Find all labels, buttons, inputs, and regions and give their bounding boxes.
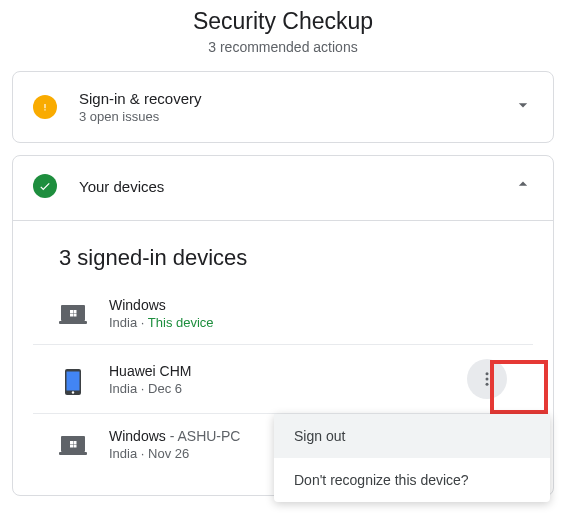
svg-point-8 <box>72 391 74 393</box>
chevron-down-icon <box>513 95 533 119</box>
sign-out-option[interactable]: Sign out <box>274 414 550 458</box>
svg-point-11 <box>486 383 489 386</box>
device-options-menu: Sign out Don't recognize this device? <box>274 414 550 502</box>
card-title: Your devices <box>79 178 513 195</box>
laptop-icon <box>59 304 87 324</box>
warning-icon <box>33 95 57 119</box>
svg-rect-4 <box>70 313 73 316</box>
phone-icon <box>59 369 87 389</box>
svg-rect-17 <box>74 444 77 447</box>
device-name: Windows - ASHU-PC <box>109 428 240 444</box>
chevron-up-icon <box>513 174 533 198</box>
highlight-box <box>490 360 548 414</box>
devices-section-title: 3 signed-in devices <box>33 221 533 283</box>
svg-rect-13 <box>59 452 87 455</box>
signin-recovery-header[interactable]: Sign-in & recovery 3 open issues <box>13 72 553 142</box>
checkmark-icon <box>33 174 57 198</box>
page-subtitle: 3 recommended actions <box>0 39 566 55</box>
page-title: Security Checkup <box>0 8 566 35</box>
svg-rect-1 <box>59 321 87 324</box>
svg-rect-16 <box>70 444 73 447</box>
svg-rect-2 <box>70 310 73 313</box>
device-meta: India · This device <box>109 315 214 330</box>
laptop-icon <box>59 435 87 455</box>
device-name: Windows <box>109 297 214 313</box>
signin-recovery-card: Sign-in & recovery 3 open issues <box>12 71 554 143</box>
device-row: Windows India · This device <box>33 283 533 345</box>
device-meta: India · Dec 6 <box>109 381 191 396</box>
device-row: Huawei CHM India · Dec 6 <box>33 345 533 414</box>
svg-rect-3 <box>74 310 77 313</box>
device-meta: India · Nov 26 <box>109 446 240 461</box>
svg-point-9 <box>486 372 489 375</box>
card-subtitle: 3 open issues <box>79 109 513 124</box>
svg-rect-5 <box>74 313 77 316</box>
dont-recognize-option[interactable]: Don't recognize this device? <box>274 458 550 502</box>
svg-point-10 <box>486 378 489 381</box>
svg-rect-7 <box>67 372 80 391</box>
your-devices-header[interactable]: Your devices <box>13 156 553 216</box>
svg-rect-14 <box>70 441 73 444</box>
device-name: Huawei CHM <box>109 363 191 379</box>
svg-rect-15 <box>74 441 77 444</box>
card-title: Sign-in & recovery <box>79 90 513 107</box>
